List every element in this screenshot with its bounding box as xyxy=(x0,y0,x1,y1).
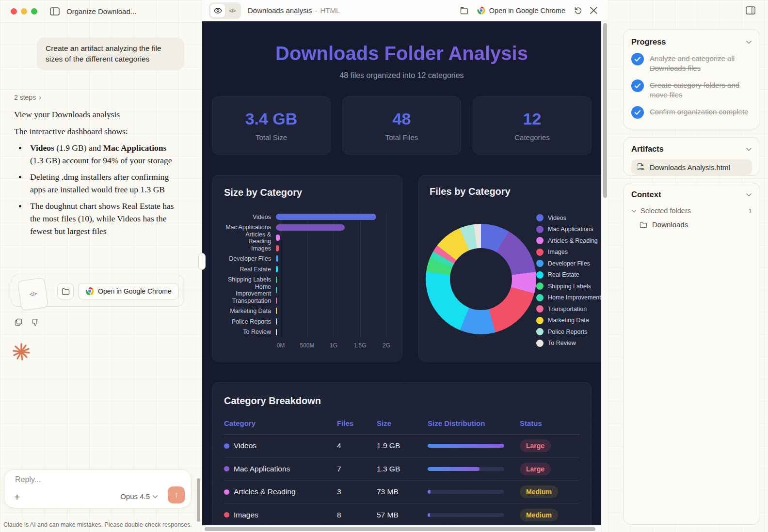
add-attachment-button[interactable]: + xyxy=(14,491,20,503)
open-in-chrome-button[interactable]: Open in Google Chrome xyxy=(78,283,179,299)
donut-hole xyxy=(450,248,512,310)
donut-legend: VideosMac ApplicationsArticles & Reading… xyxy=(536,214,601,347)
legend-label: Articles & Reading xyxy=(548,237,598,244)
bar-row: Articles & Reading xyxy=(224,233,390,243)
category-dot xyxy=(224,466,229,471)
progress-item: Analyze and categorize all Downloads fil… xyxy=(631,53,752,73)
legend-item: Marketing Data xyxy=(536,317,601,324)
artifact-chip-card: </> Open in Google Chrome xyxy=(11,275,184,307)
preview-toggle-button[interactable] xyxy=(210,4,225,17)
distribution-track xyxy=(428,513,504,517)
files-count: 4 xyxy=(337,441,377,450)
bar-row: Real Estate xyxy=(224,264,390,275)
category-dot xyxy=(224,443,229,449)
close-artifact-button[interactable] xyxy=(586,3,601,18)
legend-dot xyxy=(536,328,544,335)
bar-category-label: Mac Applications xyxy=(224,224,276,231)
chat-scrollbar-thumb[interactable] xyxy=(197,478,200,522)
bar xyxy=(276,235,280,241)
copy-icon[interactable] xyxy=(15,318,22,326)
dashboard-title: Downloads Folder Analysis xyxy=(202,43,601,64)
legend-item: Real Estate xyxy=(536,271,601,279)
reply-input[interactable]: Reply... + Opus 4.5 ↑ xyxy=(4,469,192,508)
assistant-intro-text: The interactive dashboard shows: xyxy=(14,126,128,137)
bar-chart-title: Size by Category xyxy=(224,187,390,198)
legend-label: Marketing Data xyxy=(548,317,589,324)
downloads-analysis-link[interactable]: View your Downloads analysis xyxy=(14,110,120,120)
table-row: Images857 MBMedium xyxy=(224,504,579,527)
artifact-viewport: Downloads Folder Analysis 48 files organ… xyxy=(202,21,608,532)
category-name: Videos xyxy=(234,441,256,450)
stat-card-categories: 12 Categories xyxy=(473,96,592,155)
artifact-panel: </> Downloads analysis · HTML Open in Go… xyxy=(202,0,608,532)
bullet-dot xyxy=(19,147,21,149)
legend-item: Articles & Reading xyxy=(536,237,601,244)
open-in-chrome-header-label: Open in Google Chrome xyxy=(489,7,565,15)
bar-row: Developer Files xyxy=(224,253,390,264)
bar-category-label: Transportation xyxy=(224,297,276,304)
stat-label: Categories xyxy=(514,133,550,141)
task-sidebar: Progress Analyze and categorize all Down… xyxy=(608,0,768,532)
bar-chart-x-axis: 0M500M1G1.5G2G xyxy=(224,342,390,351)
assistant-bullet-list: Videos (1.9 GB) and Mac Applications (1.… xyxy=(14,141,174,241)
artifact-preview-thumbnail[interactable]: </> xyxy=(17,277,48,311)
column-header-category: Category xyxy=(224,419,337,427)
horizontal-scrollbar-thumb[interactable] xyxy=(205,527,595,531)
legend-label: Images xyxy=(548,249,568,255)
artifact-file-row[interactable]: HTML Downloads Analysis.html xyxy=(631,159,752,175)
artifact-horizontal-scrollbar[interactable] xyxy=(202,525,601,532)
selected-folders-group[interactable]: Selected folders 1 xyxy=(631,207,752,215)
collapse-progress-chevron[interactable] xyxy=(746,40,752,44)
distribution-fill xyxy=(428,513,430,517)
code-toggle-button[interactable]: </> xyxy=(225,4,240,17)
open-window-button[interactable] xyxy=(457,3,472,18)
artifact-vertical-scrollbar[interactable] xyxy=(601,21,608,532)
bar xyxy=(276,287,277,293)
claude-logo-icon xyxy=(12,342,31,361)
bar-row: Marketing Data xyxy=(224,306,390,316)
chrome-icon xyxy=(477,6,485,15)
collapse-artifacts-chevron[interactable] xyxy=(746,147,752,151)
legend-item: Images xyxy=(536,249,601,256)
zoom-window-button[interactable] xyxy=(31,8,37,15)
refresh-button[interactable] xyxy=(570,3,586,18)
minimize-window-button[interactable] xyxy=(21,8,27,15)
context-folder-downloads[interactable]: Downloads xyxy=(640,220,752,229)
bar-row: Images xyxy=(224,243,390,254)
right-panel-toggle-icon[interactable] xyxy=(746,6,755,15)
category-table: Category Files Size Size Distribution St… xyxy=(224,419,579,527)
panel-resize-handle[interactable] xyxy=(198,253,206,270)
html-file-icon: HTML xyxy=(636,163,645,172)
chat-panel: Organize Download... Create an artifact … xyxy=(0,0,202,532)
legend-dot xyxy=(536,249,544,256)
vertical-scrollbar-thumb[interactable] xyxy=(603,23,607,198)
distribution-track xyxy=(428,490,504,494)
bar-category-label: Marketing Data xyxy=(224,308,276,314)
steps-expander[interactable]: 2 steps › xyxy=(14,94,41,101)
collapse-context-chevron[interactable] xyxy=(746,193,752,197)
bar-chart-plot: VideosMac ApplicationsArticles & Reading… xyxy=(224,212,390,351)
legend-label: Mac Applications xyxy=(548,226,593,233)
model-selector[interactable]: Opus 4.5 xyxy=(120,492,158,501)
send-button[interactable]: ↑ xyxy=(168,486,185,503)
context-card: Context Selected folders 1 Downloads xyxy=(623,183,760,525)
reply-placeholder: Reply... xyxy=(15,475,41,484)
new-window-icon xyxy=(460,7,468,15)
reveal-in-folder-button[interactable] xyxy=(57,283,74,299)
table-body: Videos41.9 GBLargeMac Applications71.3 G… xyxy=(224,435,579,527)
progress-item: Create category folders and move files xyxy=(631,79,752,100)
progress-title: Progress xyxy=(631,37,666,47)
bar-category-label: Real Estate xyxy=(224,266,276,273)
sidebar-toggle-icon[interactable] xyxy=(50,7,60,16)
bar xyxy=(276,224,345,231)
distribution-fill xyxy=(428,444,504,448)
close-window-button[interactable] xyxy=(11,8,17,15)
legend-dot xyxy=(536,294,544,301)
thumbs-down-icon[interactable] xyxy=(31,318,39,326)
progress-item-label: Create category folders and move files xyxy=(650,79,752,100)
legend-dot xyxy=(536,305,544,313)
legend-dot xyxy=(536,226,544,233)
status-badge: Large xyxy=(520,463,551,475)
progress-item-label: Confirm organization complete xyxy=(650,106,748,117)
open-in-chrome-header-button[interactable]: Open in Google Chrome xyxy=(477,6,565,15)
